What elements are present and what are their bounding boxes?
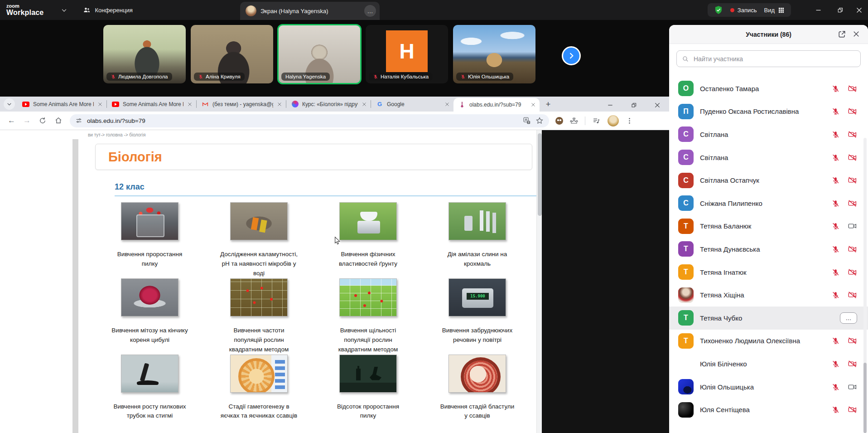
avatar: Т [678,333,694,349]
close-icon[interactable] [530,102,536,107]
address-bar[interactable]: olabs.edu.in/?sub=79 [70,114,549,127]
youtube-icon [112,102,119,107]
close-icon[interactable] [362,102,367,107]
participant-row[interactable]: П Пуденко Оксана Ростиславівна [669,100,868,123]
participant-row[interactable]: С Світлана [669,146,868,169]
participant-row[interactable]: Юлія Ольшицька [669,375,868,399]
avatar [246,5,256,16]
url-text[interactable]: olabs.edu.in/?sub=79 [87,117,518,124]
experiment-card[interactable]: Вивчення мітозу на кінчику кореня цибулі [111,278,189,355]
avatar: П [678,104,694,119]
participant-row[interactable]: Юлія Біліченко [669,352,868,375]
next-videos-button[interactable] [562,46,581,65]
participant-row[interactable]: С Сніжана Пилипенко [669,192,868,215]
experiment-thumbnail [121,355,178,393]
participant-name: Тихоненко Людмила Олексіївна [700,337,825,345]
experiment-card[interactable]: Вивчення проростання пилку [111,202,189,278]
participant-row-hovered[interactable]: Т Тетяна Чубко … [669,307,868,330]
browser-tab-youtube-2[interactable]: Some Animals Are More E [107,97,196,112]
pop-out-icon[interactable] [838,30,846,39]
photo-avatar [678,356,694,371]
tab-conference[interactable]: Конференция [83,6,132,14]
window-minimize-button[interactable] [809,0,827,20]
browser-menu-kebab-icon[interactable] [626,117,633,125]
tab-search-button[interactable] [4,98,15,110]
participant-name: Тетяна Ігнатюк [700,268,825,276]
close-icon[interactable] [97,102,103,107]
experiment-card[interactable]: Дослідження каламутності, pH та наявност… [220,202,298,278]
site-info-icon[interactable] [75,117,82,124]
video-tile[interactable]: Аліна Кривуля [191,25,273,83]
participants-list: О Остапенко Тамара П Пуденко Оксана Рост… [669,70,868,433]
experiment-card[interactable]: Вивчення частоти популяцій рослин квадра… [220,278,298,355]
camera-on-icon [848,221,857,231]
participant-row[interactable]: О Остапенко Тамара [669,77,868,100]
search-input[interactable] [693,55,855,63]
video-tile-active-speaker[interactable]: Halyna Yagenska [278,25,361,83]
participant-row[interactable]: С Світлана [669,123,868,146]
chevron-down-icon[interactable] [61,7,68,14]
security-shield-icon[interactable] [714,5,723,15]
browser-tab-course[interactable]: Курс: «Біологія» підручни [286,97,371,112]
bookmark-star-icon[interactable] [535,117,544,125]
participant-row[interactable]: Т Тетяна Дунаєвська [669,238,868,261]
experiment-card[interactable]: Стадії гаметогенезу в яєчках та яєчниках… [220,355,298,421]
video-tile[interactable]: Юлія Ольшицька [453,25,535,83]
participant-row[interactable]: Т Тетяна Ігнатюк [669,261,868,284]
tab-shared-screen[interactable]: Экран (Halyna Yagenska) … [240,2,380,20]
close-icon[interactable] [852,30,860,38]
page-scrollbar-thumb[interactable] [538,133,542,216]
experiment-title: Вивчення фізичних властивостей ґрунту [329,250,407,269]
browser-minimize-button[interactable] [607,102,614,109]
reload-button[interactable] [39,117,47,125]
participant-row[interactable]: Т Тихоненко Людмила Олексіївна [669,330,868,353]
camera-off-icon [848,107,857,116]
mic-off-icon [831,84,840,93]
window-close-button[interactable] [850,0,868,20]
close-icon[interactable] [277,102,282,107]
participant-search-box[interactable] [676,50,861,67]
photo-avatar [678,379,694,394]
browser-tab-youtube-1[interactable]: Some Animals Are More E [17,97,106,112]
participant-name: Тетяна Чубко [700,314,834,322]
page-scrollbar[interactable] [536,130,542,433]
participant-row[interactable]: Тетяна Хіщіна [669,283,868,307]
participant-row[interactable]: Т Тетяна Баланюк [669,215,868,238]
video-tile[interactable]: H Наталія Кубальська [366,25,448,83]
window-restore-button[interactable] [831,0,849,20]
home-button[interactable] [54,117,63,125]
profile-avatar[interactable] [608,115,619,126]
participants-scrollbar-thumb[interactable] [863,363,867,433]
extensions-puzzle-icon[interactable] [570,117,578,125]
browser-tab-olabs-active[interactable]: olabs.edu.in/?sub=79 [453,98,540,112]
participant-row[interactable]: С Світлана Остапчук [669,169,868,192]
experiment-card[interactable]: Відсоток проростання пилку [329,355,407,421]
experiment-card[interactable]: 15.900 Вивчення забруднюючих речовин у п… [439,278,516,355]
experiment-card[interactable]: Дія амілази слини на крохмаль [439,202,516,278]
mic-off-icon [831,153,840,162]
breadcrumb[interactable]: ви тут-> головна -> біологія [88,132,145,137]
video-tile[interactable]: Людмила Довгопола [103,25,186,83]
back-button[interactable]: ← [8,116,15,125]
browser-tab-google[interactable]: G Google [371,97,453,112]
close-icon[interactable] [444,102,450,107]
browser-tab-gmail[interactable]: (без теми) - yagenska@gm [197,97,286,112]
experiment-card[interactable]: Вивчення щільності популяції рослин квад… [329,278,407,355]
forward-button[interactable]: → [23,116,31,125]
experiment-card[interactable]: Вивчення росту пилкових трубок на стигмі [111,355,189,421]
participant-row[interactable]: Юля Сентіщева [669,398,868,421]
close-icon[interactable] [187,102,193,107]
experiment-title: Вивчення стадій бластули у ссавців [439,402,516,421]
page-title: Біологія [108,150,162,165]
translate-icon[interactable] [523,117,531,125]
participant-more-button[interactable]: … [840,312,857,324]
playlist-icon[interactable] [592,117,601,125]
browser-close-button[interactable] [654,102,661,109]
mic-off-icon [198,74,203,79]
browser-restore-button[interactable] [630,102,637,109]
experiment-card[interactable]: Вивчення стадій бластули у ссавців [439,355,516,421]
owl-extension-icon[interactable] [555,117,563,125]
new-tab-button[interactable]: + [542,98,554,110]
view-button[interactable]: Вид [764,7,785,14]
tab-more-button[interactable]: … [364,5,376,17]
